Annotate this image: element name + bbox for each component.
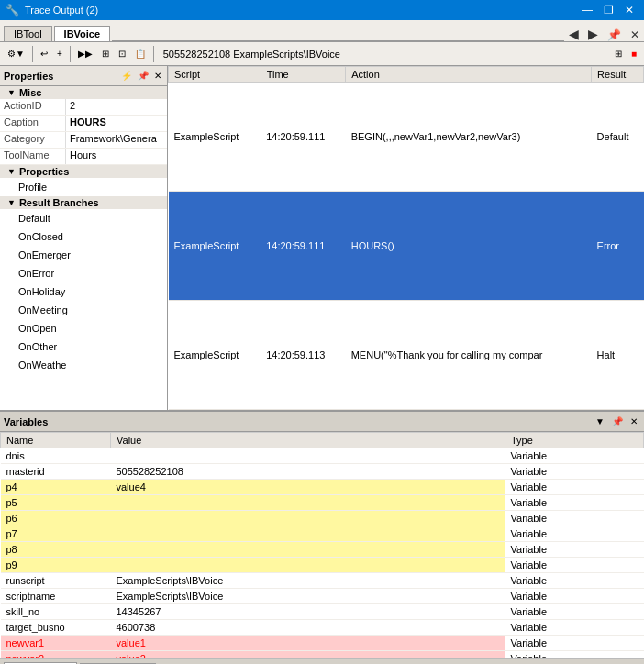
list-item[interactable]: newvar1value1Variable bbox=[1, 636, 644, 651]
close-panel-btn[interactable]: ✕ bbox=[152, 71, 163, 81]
properties-arrow: ▼ bbox=[7, 167, 16, 176]
toolbar-btn3[interactable]: ⊞ bbox=[98, 47, 113, 61]
var-value: value1 bbox=[111, 636, 505, 651]
properties-btn[interactable]: ⚙▼ bbox=[4, 47, 28, 61]
list-item[interactable]: p8Variable bbox=[1, 542, 644, 558]
col-time: Time bbox=[261, 67, 346, 83]
prop-caption-name: Caption bbox=[0, 116, 66, 131]
add-btn[interactable]: + bbox=[53, 47, 66, 61]
panel-controls: ⚡ 📌 ✕ bbox=[119, 71, 163, 81]
script-path: 505528252108 ExampleScripts\IBVoice bbox=[163, 49, 340, 60]
var-value bbox=[111, 448, 505, 464]
result-branches-section[interactable]: ▼ Result Branches bbox=[0, 196, 167, 209]
var-type: Variable bbox=[505, 558, 644, 573]
run-btn[interactable]: ▶▶ bbox=[74, 47, 96, 61]
var-name: p7 bbox=[1, 526, 111, 542]
var-name: p6 bbox=[1, 511, 111, 526]
var-name: p4 bbox=[1, 480, 111, 495]
table-row[interactable]: ExampleScript 14:20:59.113 MENU("%Thank … bbox=[169, 301, 644, 410]
var-close-btn[interactable]: ✕ bbox=[627, 416, 640, 426]
branch-onother: OnOther bbox=[0, 338, 167, 356]
properties-section-label: Properties bbox=[19, 166, 69, 177]
tab-bar: IBTool IBVoice ◀ ▶ 📌 ✕ bbox=[0, 20, 644, 42]
list-item[interactable]: p5Variable bbox=[1, 495, 644, 511]
misc-section[interactable]: ▼ Misc bbox=[0, 86, 167, 99]
cell-time: 14:20:59.111 bbox=[261, 192, 346, 301]
cell-script: ExampleScript bbox=[169, 83, 261, 192]
branch-onerror: OnError bbox=[0, 264, 167, 282]
var-value: 505528252108 bbox=[111, 464, 505, 480]
profile-label: Profile bbox=[18, 182, 47, 193]
grid-btn[interactable]: ⊞ bbox=[611, 47, 626, 61]
cell-script: ExampleScript bbox=[169, 192, 261, 301]
close-button[interactable]: ✕ bbox=[620, 4, 638, 17]
tab-ibtool[interactable]: IBTool bbox=[4, 26, 52, 41]
properties-section[interactable]: ▼ Properties bbox=[0, 165, 167, 178]
list-item[interactable]: p6Variable bbox=[1, 511, 644, 526]
prop-toolname-name: ToolName bbox=[0, 149, 66, 164]
prop-caption-value: HOURS bbox=[66, 116, 167, 131]
list-item[interactable]: masterid505528252108Variable bbox=[1, 464, 644, 480]
var-name: masterid bbox=[1, 464, 111, 480]
properties-title: Properties bbox=[4, 71, 53, 82]
cell-time: 14:20:59.113 bbox=[261, 301, 346, 410]
pin-panel-btn[interactable]: 📌 bbox=[136, 71, 150, 81]
var-type: Variable bbox=[505, 604, 644, 620]
nav-right-button[interactable]: ▶ bbox=[583, 27, 603, 41]
list-item[interactable]: p9Variable bbox=[1, 558, 644, 573]
var-name: runscript bbox=[1, 573, 111, 589]
sort-btn[interactable]: ⚡ bbox=[119, 71, 134, 81]
tab-ibvoice[interactable]: IBVoice bbox=[54, 26, 111, 41]
list-item[interactable]: newvar2value2Variable bbox=[1, 651, 644, 659]
var-value bbox=[111, 526, 505, 542]
branch-onopen: OnOpen bbox=[0, 319, 167, 338]
list-item[interactable]: skill_no14345267Variable bbox=[1, 604, 644, 620]
restore-button[interactable]: ❐ bbox=[599, 4, 618, 17]
minimize-button[interactable]: — bbox=[577, 4, 597, 17]
toolbar: ⚙▼ ↩ + ▶▶ ⊞ ⊡ 📋 505528252108 ExampleScri… bbox=[0, 42, 644, 66]
var-dropdown-btn[interactable]: ▼ bbox=[593, 416, 607, 426]
table-row[interactable]: ExampleScript 14:20:59.111 HOURS() Error bbox=[169, 192, 644, 301]
var-value: 14345267 bbox=[111, 604, 505, 620]
toolbar-btn4[interactable]: ⊡ bbox=[115, 47, 129, 61]
list-item[interactable]: runscriptExampleScripts\IBVoiceVariable bbox=[1, 573, 644, 589]
cell-result: Default bbox=[592, 83, 644, 192]
var-name: newvar1 bbox=[1, 636, 111, 651]
var-pin-btn[interactable]: 📌 bbox=[609, 416, 626, 426]
toolbar-btn5[interactable]: 📋 bbox=[131, 47, 150, 61]
properties-content: ▼ Misc ActionID 2 Caption HOURS Category… bbox=[0, 86, 167, 410]
branch-onemerger: OnEmerger bbox=[0, 246, 167, 264]
var-type: Variable bbox=[505, 651, 644, 659]
properties-header: Properties ⚡ 📌 ✕ bbox=[0, 66, 167, 86]
var-type: Variable bbox=[505, 573, 644, 589]
prop-category: Category Framework\Genera bbox=[0, 132, 167, 149]
list-item[interactable]: target_busno4600738Variable bbox=[1, 620, 644, 636]
cell-action: MENU("%Thank you for calling my compar bbox=[346, 301, 592, 410]
prop-actionid-name: ActionID bbox=[0, 99, 66, 115]
list-item[interactable]: scriptnameExampleScripts\IBVoiceVariable bbox=[1, 589, 644, 604]
cell-action: HOURS() bbox=[346, 192, 592, 301]
prop-toolname-value: Hours bbox=[66, 149, 167, 164]
nav-left-button[interactable]: ◀ bbox=[564, 27, 583, 41]
var-value bbox=[111, 495, 505, 511]
branch-onclosed: OnClosed bbox=[0, 227, 167, 246]
var-value: ExampleScripts\IBVoice bbox=[111, 589, 505, 604]
cell-result: Error bbox=[592, 192, 644, 301]
new-btn[interactable]: ↩ bbox=[37, 47, 51, 61]
app-icon: 🔧 bbox=[6, 4, 19, 17]
stop-btn[interactable]: ■ bbox=[627, 47, 640, 61]
table-row[interactable]: ExampleScript 14:20:59.111 BEGIN(,,,newV… bbox=[169, 83, 644, 192]
var-value: 4600738 bbox=[111, 620, 505, 636]
var-type: Variable bbox=[505, 495, 644, 511]
result-branches-label: Result Branches bbox=[19, 197, 99, 208]
list-item[interactable]: p4value4Variable bbox=[1, 480, 644, 495]
list-item[interactable]: dnisVariable bbox=[1, 448, 644, 464]
var-type: Variable bbox=[505, 636, 644, 651]
branch-onholiday: OnHoliday bbox=[0, 282, 167, 301]
var-col-type: Type bbox=[505, 433, 644, 448]
tab-close-button[interactable]: ✕ bbox=[626, 28, 644, 41]
var-value bbox=[111, 542, 505, 558]
pin-button[interactable]: 📌 bbox=[603, 28, 626, 41]
list-item[interactable]: p7Variable bbox=[1, 526, 644, 542]
var-type: Variable bbox=[505, 480, 644, 495]
